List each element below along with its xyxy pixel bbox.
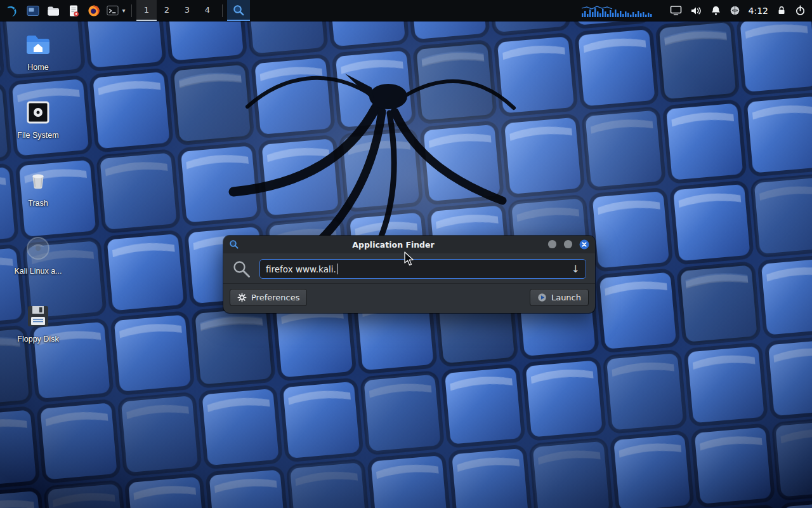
volume-icon	[690, 6, 702, 16]
terminal-icon	[106, 4, 119, 17]
window-titlebar[interactable]: Application Finder	[223, 236, 595, 253]
launch-icon	[537, 293, 547, 302]
notifications-tray-button[interactable]	[710, 4, 721, 18]
panel-launchers: ▾ 1 2 3 4	[0, 0, 250, 21]
workspace-button-3[interactable]: 3	[177, 0, 197, 21]
trash-icon	[23, 165, 53, 196]
kali-logo-icon	[6, 4, 20, 18]
app-finder-panel-button[interactable]	[227, 0, 250, 21]
panel-tray: 4:12	[579, 0, 812, 21]
finder-button-row: Preferences Launch	[223, 283, 595, 313]
workspace-button-1[interactable]: 1	[136, 0, 157, 21]
window-controls	[547, 239, 589, 250]
visualizer-bars-icon	[579, 3, 662, 18]
search-icon-large	[232, 260, 251, 279]
kali-disc-icon	[23, 233, 53, 264]
desktop-icon-label: Floppy Disk	[17, 335, 58, 344]
window-manager-launcher[interactable]	[23, 0, 43, 21]
power-icon	[795, 5, 806, 16]
history-dropdown-icon[interactable]: ↓	[572, 264, 580, 274]
minimize-icon	[547, 239, 557, 249]
maximize-icon	[563, 239, 573, 249]
launch-label: Launch	[551, 293, 581, 302]
workspace-button-4[interactable]: 4	[197, 0, 218, 21]
display-icon	[670, 5, 682, 16]
chevron-down-icon: ▾	[122, 7, 125, 14]
search-input[interactable]: firefox www.kali. ↓	[259, 259, 586, 279]
lock-screen-button[interactable]	[776, 4, 787, 18]
clock[interactable]: 4:12	[749, 6, 768, 16]
desktop-icon-label: Home	[27, 63, 48, 72]
terminal-launcher[interactable]	[104, 0, 121, 21]
display-settings-tray-button[interactable]	[670, 4, 682, 18]
power-button[interactable]	[795, 4, 806, 18]
gear-icon	[237, 293, 247, 302]
preferences-label: Preferences	[251, 293, 299, 302]
network-icon	[730, 5, 740, 16]
desktop-icon-label: Kali Linux a...	[14, 267, 62, 276]
volume-tray-button[interactable]	[690, 4, 702, 18]
audio-visualizer[interactable]	[579, 4, 662, 18]
desktop-icon-label: Trash	[28, 199, 48, 208]
floppy-disk-icon	[23, 301, 53, 331]
workspace-button-2[interactable]: 2	[157, 0, 177, 21]
whisker-menu-button[interactable]	[3, 0, 23, 21]
folder-icon	[46, 4, 60, 18]
text-editor-launcher[interactable]	[63, 0, 84, 21]
search-icon	[232, 4, 245, 17]
window-title: Application Finder	[243, 240, 544, 250]
window-icon	[26, 4, 40, 18]
panel-separator	[222, 4, 223, 17]
panel-separator	[131, 4, 132, 17]
lock-icon	[776, 5, 787, 16]
document-icon	[67, 4, 81, 18]
network-tray-button[interactable]	[730, 4, 740, 18]
desktop-icon-kali-linux[interactable]: Kali Linux a...	[9, 233, 67, 289]
search-input-value: firefox www.kali.	[266, 264, 336, 274]
firefox-icon	[87, 4, 101, 18]
close-icon	[579, 239, 589, 250]
launch-button[interactable]: Launch	[530, 289, 589, 306]
firefox-launcher[interactable]	[84, 0, 104, 21]
desktop-icon-label: File System	[17, 131, 58, 140]
app-finder-icon	[229, 239, 239, 250]
terminal-dropdown[interactable]: ▾	[121, 0, 127, 21]
desktop-icon-file-system[interactable]: File System	[9, 97, 67, 153]
home-folder-icon	[23, 29, 53, 60]
notifications-bell-icon	[710, 5, 721, 16]
file-system-icon	[23, 97, 53, 128]
close-button[interactable]	[579, 239, 589, 250]
minimize-button[interactable]	[547, 239, 558, 250]
desktop-icon-floppy-disk[interactable]: Floppy Disk	[9, 301, 67, 357]
finder-search-row: firefox www.kali. ↓	[223, 253, 595, 283]
desktop-icon-column: Home File System Trash	[9, 29, 67, 357]
desktop: ▾ 1 2 3 4	[0, 0, 812, 508]
maximize-button[interactable]	[563, 239, 573, 250]
application-finder-window: Application Finder	[223, 236, 595, 313]
desktop-icon-home[interactable]: Home	[9, 29, 67, 85]
preferences-button[interactable]: Preferences	[230, 289, 307, 306]
text-caret	[337, 264, 338, 274]
top-panel: ▾ 1 2 3 4	[0, 0, 812, 21]
workspace-switcher: 1 2 3 4	[136, 0, 218, 21]
file-manager-launcher[interactable]	[43, 0, 63, 21]
desktop-icon-trash[interactable]: Trash	[9, 165, 67, 221]
